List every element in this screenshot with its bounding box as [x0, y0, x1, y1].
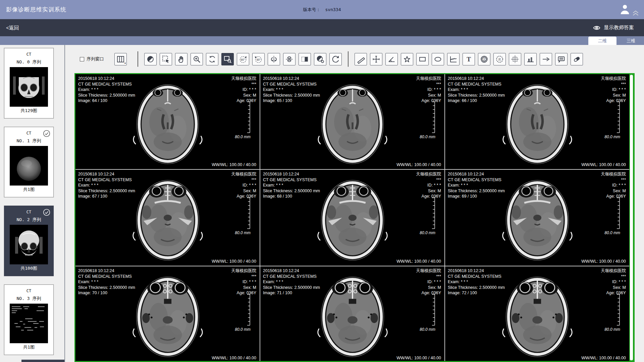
- series-window-checkbox[interactable]: [80, 57, 84, 61]
- layout-button[interactable]: ▾: [114, 53, 127, 65]
- viewer-cell-8[interactable]: 20150618 10:12:24 CT GE MEDICAL SYSTEMS …: [445, 266, 629, 361]
- show-teacher-answer-button[interactable]: 显示教师答案: [593, 19, 634, 36]
- refresh-rotate-button[interactable]: [206, 53, 218, 65]
- text-annotation-button[interactable]: T: [463, 53, 475, 65]
- series-card-partial[interactable]: [21, 360, 64, 362]
- comment-button[interactable]: [555, 53, 568, 65]
- cell-masked: ***: [416, 177, 441, 183]
- back-button[interactable]: <返回: [6, 19, 19, 36]
- cell-sex: Sex: M: [231, 285, 256, 291]
- primary-mark-button[interactable]: 主: [478, 53, 490, 65]
- rotate-90-cw-icon: 90°: [254, 55, 263, 64]
- version-value: svn334: [325, 7, 341, 12]
- cell-slice-thickness: Slice Thickness: 2.500000 mm: [448, 188, 505, 194]
- cell-hospital: 天堰模拟医院: [416, 76, 441, 82]
- angle-button[interactable]: [385, 53, 398, 65]
- viewer-cell-4[interactable]: 20150618 10:12:24 CT GE MEDICAL SYSTEMS …: [260, 170, 444, 266]
- rect-roi-button[interactable]: [416, 53, 429, 65]
- cell-scale-label: 80.0 mm: [235, 327, 251, 332]
- zoom-in-button[interactable]: [191, 53, 203, 65]
- rotate-90-cw-button[interactable]: 90°: [252, 53, 265, 65]
- viewer-cell-6[interactable]: 20150618 10:12:24 CT GE MEDICAL SYSTEMS …: [75, 266, 260, 361]
- windowing-button[interactable]: [144, 53, 157, 65]
- rotate-90-ccw-button[interactable]: 90°: [237, 53, 249, 65]
- flip-horizontal-button[interactable]: [268, 53, 280, 65]
- pan-hand-icon: [177, 55, 186, 64]
- center-mark-icon: [511, 55, 520, 64]
- series-card-3[interactable]: CT NO. 3 序列 共1图: [4, 285, 54, 355]
- reset-button[interactable]: [329, 53, 342, 65]
- cell-window-level: WW/WL: 100.00 / 40.00: [212, 162, 256, 167]
- histogram-button[interactable]: [524, 53, 537, 65]
- cell-patient-id: ID: * * *: [416, 87, 441, 93]
- viewer-cell-1[interactable]: 20150618 10:12:24 CT GE MEDICAL SYSTEMS …: [260, 74, 444, 169]
- cell-exam: Exam: * * *: [263, 87, 320, 93]
- zoom-region-button[interactable]: [221, 53, 234, 65]
- cell-info-top-left: 20150618 10:12:24 CT GE MEDICAL SYSTEMS …: [448, 76, 505, 104]
- ct-slice-image: [312, 171, 392, 264]
- profile-curve-button[interactable]: [447, 53, 460, 65]
- series-image-count: 共100图: [4, 265, 53, 271]
- collapse-toolbar-icon[interactable]: [631, 8, 640, 17]
- invert-button[interactable]: [299, 53, 311, 65]
- series-name: NO. 3 序列: [4, 296, 53, 302]
- eraser-button[interactable]: [571, 53, 583, 65]
- viewer-cell-7[interactable]: 20150618 10:12:24 CT GE MEDICAL SYSTEMS …: [260, 266, 444, 361]
- cell-hospital: 天堰模拟医院: [601, 268, 626, 274]
- select-button[interactable]: [160, 53, 172, 65]
- series-card-1[interactable]: CT NO. 1 序列 共1图: [4, 127, 54, 197]
- cell-window-level: WW/WL: 100.00 / 40.00: [396, 162, 441, 167]
- cell-window-level: WW/WL: 100.00 / 40.00: [581, 356, 626, 360]
- eye-icon: [593, 24, 601, 32]
- secondary-mark-icon: 次: [495, 55, 504, 64]
- viewer-cell-5[interactable]: 20150618 10:12:24 CT GE MEDICAL SYSTEMS …: [445, 170, 629, 266]
- cell-info-top-left: 20150618 10:12:24 CT GE MEDICAL SYSTEMS …: [263, 268, 320, 296]
- cell-masked: ***: [601, 82, 626, 87]
- cell-window-level: WW/WL: 100.00 / 40.00: [581, 162, 626, 167]
- user-icon[interactable]: [619, 3, 631, 16]
- viewer-cell-0[interactable]: 20150618 10:12:24 CT GE MEDICAL SYSTEMS …: [75, 74, 260, 169]
- version-info: 版本号：svn334: [303, 0, 341, 19]
- cross-measure-button[interactable]: [370, 53, 382, 65]
- cell-patient-id: ID: * * *: [601, 279, 626, 285]
- reset-circular-arrow-icon: [331, 55, 340, 64]
- flip-vertical-button[interactable]: [283, 53, 296, 65]
- svg-text:主: 主: [483, 57, 486, 61]
- ruler-icon: [356, 55, 365, 64]
- viewer-cell-3[interactable]: 20150618 10:12:24 CT GE MEDICAL SYSTEMS …: [75, 170, 260, 266]
- ruler-button[interactable]: [355, 53, 367, 65]
- tab-3d[interactable]: 三维: [621, 37, 641, 45]
- cell-image-counter: Image: 66 / 100: [448, 98, 505, 104]
- cell-sex: Sex: M: [416, 188, 441, 194]
- cell-hospital: 天堰模拟医院: [416, 268, 441, 274]
- cell-patient-id: ID: * * *: [601, 87, 626, 93]
- cell-info-top-left: 20150618 10:12:24 CT GE MEDICAL SYSTEMS …: [78, 268, 135, 296]
- cell-sex: Sex: M: [416, 285, 441, 291]
- star-roi-button[interactable]: [401, 53, 413, 65]
- cell-slice-thickness: Slice Thickness: 2.500000 mm: [448, 285, 505, 291]
- viewer-scrollbar-thumb[interactable]: [630, 75, 633, 360]
- cell-slice-thickness: Slice Thickness: 2.500000 mm: [448, 93, 505, 98]
- ellipse-roi-button[interactable]: [432, 53, 444, 65]
- series-card-0[interactable]: CT NO. 0 序列 共129图: [4, 48, 54, 118]
- cell-scale-ruler: 80.0 mm: [235, 197, 251, 235]
- pan-button[interactable]: [175, 53, 187, 65]
- cell-scale-ruler: 80.0 mm: [420, 101, 436, 139]
- cell-datetime: 20150618 10:12:24: [448, 171, 505, 177]
- viewer-scrollbar-track[interactable]: [629, 74, 634, 361]
- series-name: NO. 2 序列: [4, 217, 53, 223]
- windowing-reset-button[interactable]: [314, 53, 326, 65]
- tab-2d[interactable]: 二维: [588, 37, 616, 45]
- cell-manufacturer: CT GE MEDICAL SYSTEMS: [78, 274, 135, 279]
- cell-exam: Exam: * * *: [78, 279, 135, 285]
- cross-measure-icon: [372, 55, 381, 64]
- series-window-checkbox-group[interactable]: 序列窗口: [80, 56, 104, 62]
- cell-window-level: WW/WL: 100.00 / 40.00: [396, 356, 441, 360]
- viewer-cell-2[interactable]: 20150618 10:12:24 CT GE MEDICAL SYSTEMS …: [445, 74, 629, 169]
- center-mark-button[interactable]: [509, 53, 521, 65]
- arrow-annotation-button[interactable]: [540, 53, 552, 65]
- secondary-mark-button[interactable]: 次: [493, 53, 506, 65]
- svg-text:90°: 90°: [257, 58, 261, 61]
- app-header: 影像诊断思维实训系统 版本号：svn334: [0, 0, 644, 19]
- series-card-2[interactable]: CT NO. 2 序列 共100图: [4, 206, 54, 276]
